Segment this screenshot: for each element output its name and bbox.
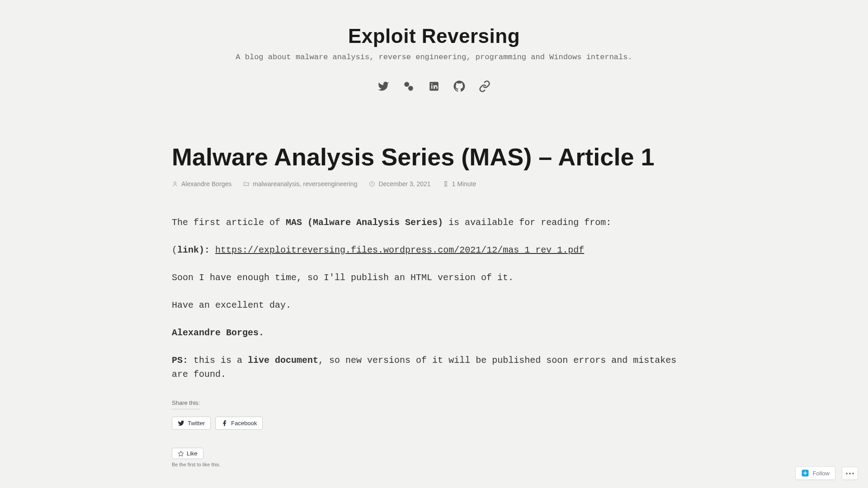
p2-bold: link): [177,245,210,255]
body-p4: Have an excellent day. [172,298,696,312]
more-actions-button[interactable] [842,467,858,480]
article-meta-row: Alexandre Borges malwareanalysis, revers… [172,180,696,188]
svg-rect-3 [431,85,432,89]
author-link[interactable]: Alexandre Borges [181,180,231,188]
follow-button[interactable]: Follow [795,466,835,480]
ellipsis-icon [846,473,854,474]
like-caption: Be the first to like this. [172,462,696,467]
linkedin-icon[interactable] [428,80,440,94]
body-p6: PS: this is a live document, so new vers… [172,353,696,381]
readtime-text: 1 Minute [452,180,476,188]
pdf-link[interactable]: https://exploitreversing.files.wordpress… [215,245,584,255]
share-facebook-button[interactable]: Facebook [215,417,263,430]
clock-icon [369,181,375,187]
tag-malwareanalysis[interactable]: malwareanalysis [253,180,299,188]
like-button[interactable]: Like [172,448,203,459]
share-twitter-label: Twitter [188,420,205,427]
tag-separator: , [300,180,303,188]
follow-label: Follow [812,470,830,477]
p6-live: live document [248,355,318,366]
p2-space [210,245,215,255]
p5-bold: Alexandre Borges. [172,328,264,338]
site-header: Exploit Reversing A blog about malware a… [0,0,868,94]
like-label: Like [187,450,198,457]
p6-ps: PS: [172,355,188,366]
twitter-icon [178,420,184,427]
slides-icon[interactable] [403,80,415,94]
svg-point-0 [404,82,409,87]
site-title-link[interactable]: Exploit Reversing [0,25,868,47]
tag-reverseengineering[interactable]: reverseengineering [303,180,358,188]
star-icon [178,450,184,457]
site-tagline: A blog about malware analysis, reverse e… [0,53,868,61]
p1-bold: MAS (Malware Analysis Series) [286,217,443,228]
share-label: Share this: [172,399,200,409]
p6-b: this is a [188,355,248,366]
svg-marker-7 [178,451,184,456]
like-block: Like Be the first to like this. [172,448,696,467]
share-buttons-row: Twitter Facebook [172,417,696,430]
social-links-row [0,80,868,94]
link-icon[interactable] [479,80,491,94]
hourglass-icon [443,181,449,187]
facebook-icon [221,420,228,427]
p2-paren: ( [172,245,177,255]
svg-point-11 [852,473,854,474]
svg-point-4 [431,83,433,84]
user-icon [172,181,178,187]
meta-tags: malwareanalysis, reverseengineering [243,180,357,188]
svg-point-10 [849,473,851,474]
p1-text-c: is available for reading from: [443,217,611,228]
share-twitter-button[interactable]: Twitter [172,417,211,430]
body-p5: Alexandre Borges. [172,326,696,340]
meta-author: Alexandre Borges [172,180,231,188]
share-facebook-label: Facebook [231,420,257,427]
svg-point-9 [846,473,848,474]
svg-point-5 [174,182,176,184]
date-link[interactable]: December 3, 2021 [378,180,430,188]
article-body: The first article of MAS (Malware Analys… [172,216,696,381]
svg-point-1 [408,86,413,91]
body-p3: Soon I have enough time, so I'll publish… [172,271,696,285]
article-main: Malware Analysis Series (MAS) – Article … [163,94,705,467]
body-p2: (link): https://exploitreversing.files.w… [172,243,696,257]
follow-plus-icon [801,469,809,477]
twitter-icon[interactable] [377,80,389,94]
github-icon[interactable] [453,80,465,94]
folder-icon [243,181,250,187]
meta-date: December 3, 2021 [369,180,430,188]
body-p1: The first article of MAS (Malware Analys… [172,216,696,230]
meta-readtime: 1 Minute [443,180,476,188]
share-block: Share this: Twitter Facebook [172,399,696,430]
article-title: Malware Analysis Series (MAS) – Article … [172,144,696,170]
p1-text-a: The first article of [172,217,286,228]
